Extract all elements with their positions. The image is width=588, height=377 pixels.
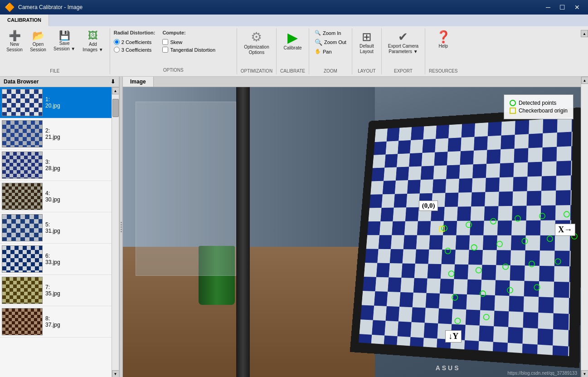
list-item[interactable]: 1:20.jpg	[0, 87, 112, 118]
matlab-logo-icon: 🔶	[5, 2, 15, 12]
tab-image[interactable]: Image	[123, 77, 154, 87]
main-area: Data Browser ⬇ 1:20.jpg	[0, 77, 588, 377]
default-layout-icon: ⊞	[362, 31, 372, 43]
list-item[interactable]: 7:35.jpg	[0, 275, 112, 306]
image-label-3: 3:28.jpg	[45, 159, 60, 171]
data-browser-scrollbar[interactable]: ▲ ▼	[112, 87, 119, 377]
add-images-label: AddImages ▼	[83, 42, 103, 53]
image-list: 1:20.jpg 2:21.jpg 3:28.jpg	[0, 87, 112, 377]
save-session-label: SaveSession ▼	[53, 41, 75, 52]
ribbon-content: ➕ NewSession 📂 OpenSession 💾 SaveSession…	[0, 26, 588, 76]
y-axis-label: ↓Y	[445, 330, 462, 343]
image-thumb-3	[2, 152, 43, 179]
help-button[interactable]: ❓ Help	[432, 29, 454, 51]
zoom-out-label: Zoom Out	[324, 39, 346, 45]
image-thumb-8	[2, 308, 43, 335]
help-label: Help	[438, 44, 448, 49]
checkbox-tangential[interactable]: Tangential Distortion	[162, 47, 215, 53]
checkbox-skew-input[interactable]	[162, 39, 168, 45]
content-tabs: Image	[123, 77, 581, 87]
main-scroll-track[interactable]	[581, 84, 588, 370]
image-label-4: 4:30.jpg	[45, 190, 60, 203]
zoom-in-icon: 🔍	[315, 30, 321, 36]
legend: Detected points Checkerboard origin	[504, 94, 573, 119]
tab-calibration[interactable]: CALIBRATION	[0, 15, 49, 26]
scrollbar-thumb[interactable]	[112, 99, 119, 117]
checkbox-tangential-input[interactable]	[162, 47, 168, 53]
title-bar: 🔶 Camera Calibrator - Image ─ ☐ ✕	[0, 0, 588, 15]
window-title: Camera Calibrator - Image	[18, 4, 83, 10]
image-thumb-5	[2, 214, 43, 241]
new-session-icon: ➕	[9, 31, 21, 41]
file-group-label: FILE	[4, 69, 106, 73]
add-images-button[interactable]: 🖼 AddImages ▼	[80, 29, 106, 54]
origin-coord-label: (0,0)	[419, 201, 438, 211]
image-label-7: 7:35.jpg	[45, 284, 60, 297]
maximize-button[interactable]: ☐	[556, 3, 569, 12]
optimization-options-button[interactable]: ⚙ OptimizationOptions	[241, 29, 272, 57]
close-button[interactable]: ✕	[571, 3, 583, 12]
open-session-button[interactable]: 📂 OpenSession	[27, 29, 49, 54]
list-item[interactable]: 6:33.jpg	[0, 244, 112, 275]
optimization-options-label: OptimizationOptions	[244, 44, 269, 55]
radio-2-coeff[interactable]: 2 Coefficients	[114, 39, 156, 45]
main-scroll-down-btn[interactable]: ▼	[581, 370, 588, 377]
checkbox-skew[interactable]: Skew	[162, 39, 215, 45]
resize-handle[interactable]	[119, 77, 123, 377]
list-item[interactable]: 4:30.jpg	[0, 181, 112, 212]
calibrate-button[interactable]: ▶ Calibrate	[281, 29, 305, 53]
scrollbar-down-btn[interactable]: ▼	[112, 370, 119, 377]
radio-3-coeff-input[interactable]	[114, 47, 120, 53]
new-session-button[interactable]: ➕ NewSession	[4, 29, 25, 54]
zoom-group-label: ZOOM	[313, 69, 348, 73]
ribbon-group-zoom: 🔍 Zoom In 🔍 Zoom Out ✋ Pan ZOOM	[309, 28, 352, 74]
ribbon-group-calibrate: ▶ Calibrate CALIBRATE	[277, 28, 309, 74]
image-label-6: 6:33.jpg	[45, 253, 60, 265]
zoom-in-label: Zoom In	[323, 30, 341, 36]
ribbon-group-layout: ⊞ DefaultLayout LAYOUT	[352, 28, 382, 74]
image-label-5: 5:31.jpg	[45, 221, 60, 234]
checkbox-tangential-label: Tangential Distortion	[170, 47, 215, 53]
calibrate-icon: ▶	[287, 31, 298, 44]
scrollbar-track[interactable]	[112, 94, 119, 370]
export-camera-parameters-button[interactable]: ✔ Export CameraParameters ▼	[385, 29, 421, 56]
radio-2-coeff-input[interactable]	[114, 39, 120, 45]
image-thumb-2	[2, 120, 43, 147]
save-session-button[interactable]: 💾 SaveSession ▼	[51, 29, 78, 54]
default-layout-button[interactable]: ⊞ DefaultLayout	[356, 29, 378, 56]
content-panel: Image	[123, 77, 581, 377]
radio-2-coeff-label: 2 Coefficients	[121, 39, 151, 45]
radial-distortion-label: Radial Distortion:	[114, 30, 156, 35]
legend-item-detected-points: Detected points	[510, 100, 568, 106]
data-browser-download-icon[interactable]: ⬇	[111, 78, 115, 85]
x-axis-label: X→	[555, 224, 575, 236]
image-label-1: 1:20.jpg	[45, 96, 60, 109]
data-browser: Data Browser ⬇ 1:20.jpg	[0, 77, 119, 377]
list-item[interactable]: 8:37.jpg	[0, 306, 112, 338]
compute-label: Compute:	[162, 30, 215, 35]
minimize-button[interactable]: ─	[542, 3, 554, 12]
open-session-label: OpenSession	[30, 42, 46, 53]
zoom-out-button[interactable]: 🔍 Zoom Out	[313, 38, 348, 47]
list-item[interactable]: 5:31.jpg	[0, 212, 112, 244]
optimization-options-icon: ⚙	[251, 31, 262, 44]
zoom-in-button[interactable]: 🔍 Zoom In	[313, 29, 348, 37]
ribbon-group-export: ✔ Export CameraParameters ▼ EXPORT	[382, 28, 425, 74]
resources-group-label: RESOURCES	[429, 69, 457, 73]
radio-3-coeff[interactable]: 3 Coefficients	[114, 47, 156, 53]
new-session-label: NewSession	[6, 42, 23, 53]
default-layout-label: DefaultLayout	[360, 44, 374, 54]
zoom-out-icon: 🔍	[315, 39, 322, 46]
pan-button[interactable]: ✋ Pan	[313, 48, 348, 55]
main-scroll-up-btn[interactable]: ▲	[581, 77, 588, 84]
export-icon: ✔	[398, 31, 408, 43]
ribbon-scroll-up[interactable]: ▲	[581, 30, 588, 37]
main-scrollbar[interactable]: ▲ ▼	[581, 77, 588, 377]
scrollbar-up-btn[interactable]: ▲	[112, 87, 119, 94]
add-images-icon: 🖼	[88, 31, 98, 41]
list-item[interactable]: 3:28.jpg	[0, 150, 112, 181]
save-session-icon: 💾	[59, 31, 70, 40]
list-item[interactable]: 2:21.jpg	[0, 118, 112, 150]
pan-label: Pan	[323, 49, 332, 54]
ribbon-group-resources: ❓ Help RESOURCES	[425, 28, 461, 74]
